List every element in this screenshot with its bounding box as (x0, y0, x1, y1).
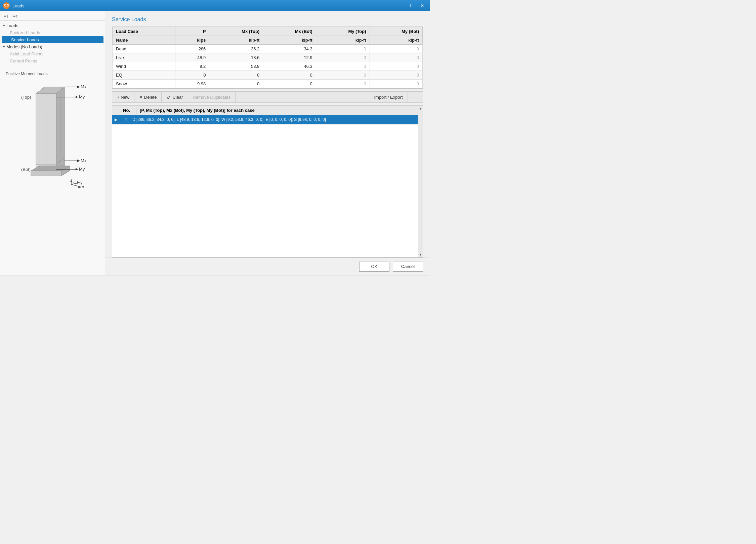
sidebar-item-axial-load-points[interactable]: Axial Load Points (0, 50, 105, 57)
table-cell-4-2[interactable]: 0 (209, 80, 263, 88)
svg-text:My: My (79, 167, 85, 172)
table-cell-1-3[interactable]: 12.9 (263, 53, 316, 62)
col-header-loadcase: Load Case (113, 27, 175, 36)
remove-duplicates-button[interactable]: Remove Duplicates (188, 91, 236, 103)
unit-row-mytop: kip-ft (316, 36, 370, 45)
svg-text:(Top): (Top) (21, 95, 31, 100)
table-cell-2-4[interactable]: 0 (316, 62, 370, 71)
table-cell-3-5[interactable]: 0 (370, 71, 422, 80)
col-header-p: P (175, 27, 209, 36)
table-cell-4-0[interactable]: Snow (113, 80, 175, 88)
cases-scroll[interactable]: ▶1D [286, 36.2, 34.3, 0, 0]; L [48.9, 13… (112, 115, 423, 257)
sort-up-button[interactable]: ≡↑ (11, 12, 19, 19)
main-window: SP Loads — ☐ ✕ ≡↓ ≡↑ ▾ Loads Factored (0, 0, 430, 275)
axial-load-points-label: Axial Load Points (10, 51, 43, 56)
window-title: Loads (12, 3, 396, 8)
new-button[interactable]: + New (112, 91, 134, 103)
table-cell-3-4[interactable]: 0 (316, 71, 370, 80)
tree-section: ▾ Loads Factored Loads Service Loads ▾ M… (0, 21, 105, 66)
svg-text:My: My (79, 94, 85, 99)
table-cell-0-0[interactable]: Dead (113, 45, 175, 53)
case-row-0[interactable]: ▶1D [286, 36.2, 34.3, 0, 0]; L [48.9, 13… (112, 115, 423, 125)
svg-marker-11 (76, 96, 78, 98)
table-cell-3-2[interactable]: 0 (209, 71, 263, 80)
section-title: Service Loads (105, 11, 430, 27)
tree-loads-group[interactable]: ▾ Loads (0, 22, 105, 29)
table-cell-0-5[interactable]: 0 (370, 45, 422, 53)
svg-marker-2 (56, 87, 65, 164)
cases-panel: No. [P, Mx (Top), Mx (Bot), My (Top), My… (112, 105, 423, 258)
table-cell-2-3[interactable]: 46.3 (263, 62, 316, 71)
sidebar-item-factored-loads[interactable]: Factored Loads (0, 29, 105, 36)
unit-row-mxbot: kip-ft (263, 36, 316, 45)
unit-row-name: Name (113, 36, 175, 45)
table-cell-2-1[interactable]: 9.2 (175, 62, 209, 71)
delete-button[interactable]: ✕ Delete (134, 91, 162, 103)
svg-marker-21 (77, 160, 80, 162)
cancel-button[interactable]: Cancel (393, 262, 423, 272)
minimize-button[interactable]: — (396, 2, 406, 10)
action-toolbar: + New ✕ Delete Clear Remove Duplicates I… (112, 91, 423, 103)
svg-marker-28 (77, 181, 80, 184)
unit-row-mxtop: kip-ft (209, 36, 263, 45)
window-body: ≡↓ ≡↑ ▾ Loads Factored Loads Service Loa… (0, 11, 430, 275)
close-button[interactable]: ✕ (418, 2, 427, 10)
table-cell-1-0[interactable]: Live (113, 53, 175, 62)
table-cell-0-4[interactable]: 0 (316, 45, 370, 53)
table-cell-4-1[interactable]: 9.98 (175, 80, 209, 88)
table-cell-4-5[interactable]: 0 (370, 80, 422, 88)
eraser-icon (166, 95, 171, 99)
sidebar-toolbar: ≡↓ ≡↑ (0, 11, 105, 21)
scroll-up-icon[interactable]: ▲ (419, 106, 422, 111)
table-cell-1-2[interactable]: 13.6 (209, 53, 263, 62)
table-cell-3-3[interactable]: 0 (263, 71, 316, 80)
svg-marker-5 (31, 171, 61, 176)
table-cell-2-2[interactable]: 53.8 (209, 62, 263, 71)
tree-modes-label: Modes (No Loads) (6, 44, 42, 49)
control-points-label: Control Points (10, 58, 37, 63)
svg-text:Mx: Mx (81, 158, 87, 163)
more-options-button[interactable]: ··· (408, 91, 423, 103)
table-cell-3-0[interactable]: EQ (113, 71, 175, 80)
cases-col-no: No. (120, 106, 136, 115)
sort-down-button[interactable]: ≡↓ (2, 12, 10, 19)
sidebar-item-service-loads[interactable]: Service Loads (2, 36, 103, 43)
tree-loads-label: Loads (6, 23, 18, 28)
clear-button[interactable]: Clear (162, 91, 188, 103)
table-cell-0-2[interactable]: 36.2 (209, 45, 263, 53)
table-cell-2-0[interactable]: Wind (113, 62, 175, 71)
svg-text:x: x (82, 184, 84, 188)
col-header-mxtop: Mx (Top) (209, 27, 263, 36)
import-export-button[interactable]: Import / Export (369, 91, 407, 103)
ok-button[interactable]: OK (359, 262, 389, 272)
table-cell-1-4[interactable]: 0 (316, 53, 370, 62)
table-cell-1-1[interactable]: 48.9 (175, 53, 209, 62)
unit-row-mybot: kip-ft (370, 36, 422, 45)
maximize-button[interactable]: ☐ (407, 2, 416, 10)
case-arrow-icon: ▶ (112, 115, 120, 124)
diagram-area: Positive Moment Loads (0, 66, 105, 275)
table-cell-0-3[interactable]: 34.3 (263, 45, 316, 53)
table-cell-1-5[interactable]: 0 (370, 53, 422, 62)
table-cell-2-5[interactable]: 0 (370, 62, 422, 71)
col-header-mxbot: Mx (Bot) (263, 27, 316, 36)
app-icon: SP (3, 2, 10, 9)
loads-table: Load Case P Mx (Top) Mx (Bot) My (Top) M… (112, 27, 423, 89)
moment-diagram-svg: My Mx (Top) My Mx (6, 80, 93, 188)
service-loads-label: Service Loads (11, 37, 39, 42)
table-cell-3-1[interactable]: 0 (175, 71, 209, 80)
sidebar-item-control-points[interactable]: Control Points (0, 57, 105, 64)
table-cell-4-3[interactable]: 0 (263, 80, 316, 88)
table-cell-4-4[interactable]: 0 (316, 80, 370, 88)
cases-col-desc: [P, Mx (Top), Mx (Bot), My (Top), My (Bo… (136, 106, 423, 115)
col-header-mybot: My (Bot) (370, 27, 422, 36)
tree-modes-group[interactable]: ▾ Modes (No Loads) (0, 43, 105, 50)
cases-panel-header: No. [P, Mx (Top), Mx (Bot), My (Top), My… (112, 106, 423, 115)
svg-text:Mx: Mx (81, 84, 87, 89)
title-bar: SP Loads — ☐ ✕ (0, 0, 430, 11)
scrollbar[interactable]: ▲ ▼ (418, 106, 423, 257)
table-cell-0-1[interactable]: 286 (175, 45, 209, 53)
scroll-down-icon[interactable]: ▼ (419, 252, 422, 257)
svg-marker-14 (77, 86, 80, 88)
modes-arrow-icon: ▾ (3, 45, 5, 49)
